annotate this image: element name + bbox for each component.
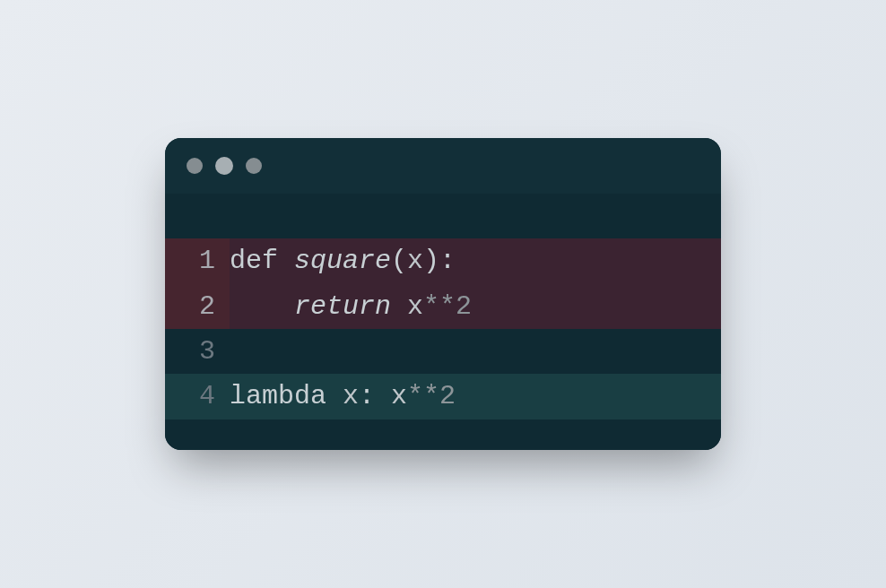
code-line: 4lambda x: x**2 [165, 374, 721, 419]
code-content: return x**2 [230, 284, 721, 329]
window-titlebar [165, 138, 721, 194]
maximize-icon[interactable] [246, 158, 262, 174]
code-line: 3 [165, 329, 721, 374]
close-icon[interactable] [187, 158, 203, 174]
line-number: 4 [165, 374, 230, 419]
code-token [391, 291, 407, 322]
code-token: 2 [456, 291, 472, 322]
code-token: ** [407, 381, 439, 411]
code-token: : [439, 246, 456, 276]
code-token: lambda [230, 381, 343, 411]
code-line: 2 return x**2 [165, 284, 721, 329]
code-content: def square(x): [230, 238, 721, 283]
editor-top-spacer [165, 194, 721, 238]
code-token: ) [423, 246, 439, 276]
code-token: def [230, 246, 294, 276]
code-token: ( [391, 246, 407, 276]
code-token: return [294, 291, 391, 322]
editor-bottom-spacer [165, 419, 721, 450]
code-token: square [294, 246, 391, 276]
minimize-icon[interactable] [215, 157, 233, 175]
code-token: x [407, 291, 423, 322]
code-line: 1def square(x): [165, 238, 721, 283]
line-number: 2 [165, 284, 230, 329]
code-token [230, 291, 294, 322]
code-token: x [407, 246, 423, 276]
line-number: 1 [165, 238, 230, 283]
code-token: 2 [439, 381, 456, 411]
code-window: 1def square(x):2 return x**234lambda x: … [165, 138, 721, 450]
code-token: ** [423, 291, 456, 322]
code-content: lambda x: x**2 [230, 374, 721, 419]
code-body: 1def square(x):2 return x**234lambda x: … [165, 238, 721, 419]
code-token: x [343, 381, 359, 411]
line-number: 3 [165, 329, 230, 374]
code-token: x [391, 381, 407, 411]
code-token: : [359, 381, 391, 411]
